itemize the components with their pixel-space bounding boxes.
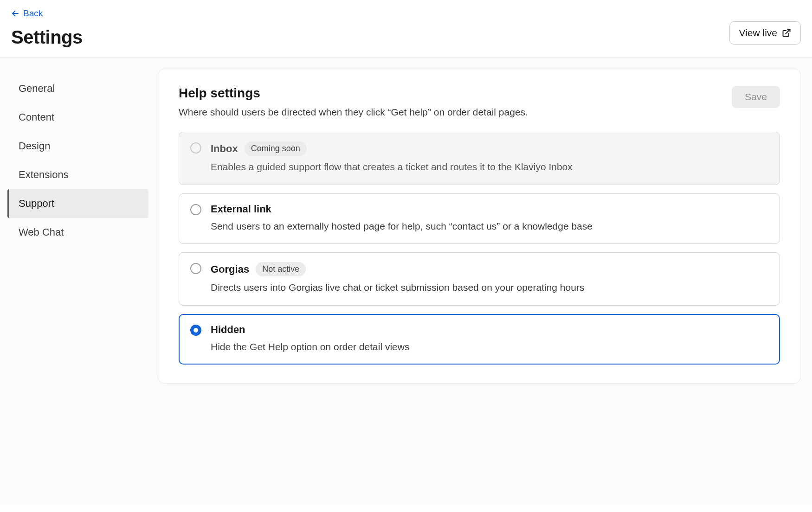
sidebar-item-label: Design xyxy=(19,140,50,152)
option-hidden[interactable]: HiddenHide the Get Help option on order … xyxy=(179,314,780,365)
radio-inbox xyxy=(190,142,201,154)
option-badge: Coming soon xyxy=(245,141,307,156)
save-button[interactable]: Save xyxy=(732,86,780,108)
radio-icon xyxy=(190,204,201,215)
radio-icon xyxy=(190,263,201,274)
body: GeneralContentDesignExtensionsSupportWeb… xyxy=(0,58,812,505)
sidebar-item-content[interactable]: Content xyxy=(7,103,148,132)
option-title: Hidden xyxy=(211,324,245,336)
option-description: Hide the Get Help option on order detail… xyxy=(211,339,768,354)
section-description: Where should users be directed when they… xyxy=(179,105,528,119)
sidebar-item-support[interactable]: Support xyxy=(7,189,148,218)
sidebar-item-label: Content xyxy=(19,111,54,123)
radio-hidden[interactable] xyxy=(190,325,201,336)
option-external[interactable]: External linkSend users to an externally… xyxy=(179,193,780,244)
view-live-button[interactable]: View live xyxy=(729,21,801,45)
sidebar-item-label: Web Chat xyxy=(19,226,64,238)
page-title: Settings xyxy=(11,27,83,48)
sidebar-item-label: General xyxy=(19,83,55,94)
sidebar: GeneralContentDesignExtensionsSupportWeb… xyxy=(0,69,158,505)
radio-gorgias[interactable] xyxy=(190,263,201,274)
option-description: Directs users into Gorgias live chat or … xyxy=(211,280,768,295)
option-title: Inbox xyxy=(211,143,238,155)
header-left: Back Settings xyxy=(11,8,83,48)
option-title-row: External link xyxy=(211,203,768,215)
main-content: Help settings Where should users be dire… xyxy=(158,69,812,505)
external-link-icon xyxy=(782,28,791,38)
view-live-label: View live xyxy=(739,27,777,38)
settings-card: Help settings Where should users be dire… xyxy=(158,69,801,384)
svg-line-1 xyxy=(786,30,790,34)
option-title: Gorgias xyxy=(211,263,249,275)
back-label: Back xyxy=(23,8,43,19)
sidebar-item-label: Support xyxy=(19,198,54,209)
sidebar-item-design[interactable]: Design xyxy=(7,132,148,160)
arrow-left-icon xyxy=(11,9,19,18)
radio-external[interactable] xyxy=(190,204,201,215)
option-body: GorgiasNot activeDirects users into Gorg… xyxy=(211,262,768,295)
back-link[interactable]: Back xyxy=(11,8,43,19)
option-body: External linkSend users to an externally… xyxy=(211,203,768,234)
option-title-row: GorgiasNot active xyxy=(211,262,768,276)
section-heading: Help settings Where should users be dire… xyxy=(179,86,528,119)
option-title-row: Hidden xyxy=(211,324,768,336)
option-inbox: InboxComing soonEnables a guided support… xyxy=(179,132,780,185)
option-title-row: InboxComing soon xyxy=(211,141,768,156)
option-body: InboxComing soonEnables a guided support… xyxy=(211,141,768,174)
sidebar-item-extensions[interactable]: Extensions xyxy=(7,160,148,189)
option-title: External link xyxy=(211,203,271,215)
option-badge: Not active xyxy=(256,262,306,276)
sidebar-item-label: Extensions xyxy=(19,169,69,180)
option-gorgias[interactable]: GorgiasNot activeDirects users into Gorg… xyxy=(179,252,780,306)
page-header: Back Settings View live xyxy=(0,0,812,58)
option-description: Send users to an externally hosted page … xyxy=(211,219,768,234)
radio-icon xyxy=(190,142,201,154)
section-title: Help settings xyxy=(179,86,528,101)
option-list: InboxComing soonEnables a guided support… xyxy=(179,132,780,365)
radio-icon xyxy=(190,325,201,336)
sidebar-item-web-chat[interactable]: Web Chat xyxy=(7,218,148,247)
card-header: Help settings Where should users be dire… xyxy=(179,86,780,119)
option-description: Enables a guided support flow that creat… xyxy=(211,160,768,174)
option-body: HiddenHide the Get Help option on order … xyxy=(211,324,768,354)
sidebar-item-general[interactable]: General xyxy=(7,74,148,103)
